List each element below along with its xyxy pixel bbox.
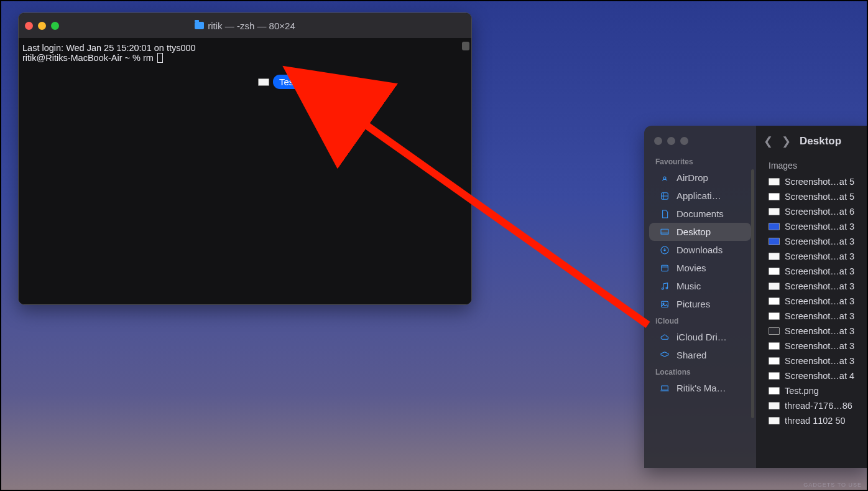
download-icon [659,246,670,255]
apps-icon [659,192,670,200]
sidebar-item-label: iCloud Dri… [676,332,727,342]
file-name: Screenshot…at 3 [785,281,854,291]
file-list[interactable]: Screenshot…at 5Screenshot…at 5Screenshot… [756,174,868,468]
sidebar-item-desktop[interactable]: Desktop [649,223,751,241]
file-row[interactable]: Screenshot…at 3 [756,324,868,339]
sidebar-item-label: Applicati… [676,190,721,201]
image-file-icon [769,253,780,260]
scrollbar-icon[interactable] [751,169,754,418]
sidebar-item-airdrop[interactable]: AirDrop [649,169,751,187]
sidebar-item-documents[interactable]: Documents [649,205,751,223]
terminal-output-line: Last login: Wed Jan 25 15:20:01 on ttys0… [22,43,468,53]
terminal-titlebar[interactable]: ritik — -zsh — 80×24 [19,13,471,38]
terminal-body[interactable]: Last login: Wed Jan 25 15:20:01 on ttys0… [19,38,471,304]
document-icon [659,210,670,218]
file-row[interactable]: Screenshot…at 3 [756,279,868,294]
image-file-icon [769,223,780,230]
file-name: Screenshot…at 3 [785,341,854,351]
finder-toolbar: ❮ ❯ Desktop [756,126,868,157]
svg-rect-2 [661,229,668,234]
file-name: Screenshot…at 6 [785,207,854,217]
file-name: Screenshot…at 3 [785,251,854,261]
sidebar-item-movies[interactable]: Movies [649,259,751,277]
file-row[interactable]: thread-7176…86 [756,398,868,413]
laptop-icon [659,384,670,393]
image-file-icon [769,268,780,275]
terminal-title-text: ritik — -zsh — 80×24 [208,21,295,31]
sidebar-item-label: Desktop [676,227,711,237]
minimize-icon[interactable] [667,137,675,145]
column-header-images[interactable]: Images [756,157,868,174]
file-row[interactable]: Screenshot…at 3 [756,264,868,279]
desktop-icon [659,228,670,236]
sidebar-item-pictures[interactable]: Pictures [649,295,751,313]
section-locations: Locations [644,364,756,379]
file-row[interactable]: Screenshot…at 3 [756,339,868,353]
zoom-icon[interactable] [51,22,59,30]
minimize-icon[interactable] [38,22,46,30]
sidebar-item-label: AirDrop [676,172,708,183]
svg-rect-7 [662,301,668,307]
file-row[interactable]: Screenshot…at 6 [756,204,868,219]
movies-icon [659,264,670,273]
close-icon[interactable] [654,137,662,145]
file-name: Screenshot…at 3 [785,236,854,246]
file-name: Screenshot…at 3 [785,296,854,306]
zoom-icon[interactable] [680,137,688,145]
image-file-icon [769,387,780,395]
breadcrumb: Desktop [800,135,841,147]
file-name: Screenshot…at 5 [785,177,854,187]
file-name: Screenshot…at 3 [785,311,854,321]
file-row[interactable]: Screenshot…at 4 [756,368,868,383]
folder-icon [195,22,204,29]
sidebar-item-applications[interactable]: Applicati… [649,187,751,205]
sidebar-item-label: Ritik's Ma… [676,383,726,393]
image-file-icon [769,178,780,185]
section-icloud: iCloud [644,313,756,328]
sidebar-item-icloud-drive[interactable]: iCloud Dri… [649,328,751,346]
file-row[interactable]: Screenshot…at 5 [756,174,868,189]
image-file-icon [769,372,780,380]
finder-content[interactable]: ❮ ❯ Desktop Images Screenshot…at 5Screen… [756,126,868,468]
file-row[interactable]: Screenshot…at 5 [756,189,868,204]
file-row[interactable]: Screenshot…at 3 [756,294,868,309]
file-row[interactable]: Screenshot…at 3 [756,249,868,264]
close-icon[interactable] [25,22,33,30]
terminal-title: ritik — -zsh — 80×24 [19,21,471,31]
sidebar-item-label: Movies [676,263,706,273]
image-file-icon [769,208,780,215]
file-row[interactable]: Screenshot…at 3 [756,219,868,234]
sidebar-item-label: Pictures [676,299,710,309]
terminal-window[interactable]: ritik — -zsh — 80×24 Last login: Wed Jan… [18,12,472,305]
file-row[interactable]: Screenshot…at 3 [756,309,868,324]
svg-point-6 [666,287,668,289]
file-name: Screenshot…at 4 [785,371,854,381]
sidebar-item-shared[interactable]: Shared [649,346,751,364]
pictures-icon [659,300,670,309]
forward-icon[interactable]: ❯ [782,134,791,148]
finder-window[interactable]: Favourites AirDrop Applicati… Documents … [644,126,868,468]
back-icon[interactable]: ❮ [764,134,773,148]
file-name: Screenshot…at 3 [785,266,854,276]
file-row[interactable]: Screenshot…at 3 [756,353,868,368]
scrollbar-icon[interactable] [462,42,469,50]
image-file-icon [769,417,780,424]
file-row[interactable]: Screenshot…at 3 [756,234,868,249]
file-name: Screenshot…at 3 [785,326,854,336]
terminal-prompt: ritik@Ritiks-MacBook-Air ~ % rm [22,53,156,63]
image-file-icon [769,312,780,320]
shared-icon [659,351,670,360]
sidebar-item-music[interactable]: Music [649,277,751,295]
image-file-icon [769,327,780,335]
file-name: Test.png [785,386,819,396]
finder-sidebar[interactable]: Favourites AirDrop Applicati… Documents … [644,126,756,468]
sidebar-item-this-mac[interactable]: Ritik's Ma… [649,379,751,397]
svg-rect-4 [662,265,668,271]
sidebar-item-label: Downloads [676,245,723,255]
file-name: thread-7176…86 [785,401,852,411]
section-favourites: Favourites [644,154,756,169]
image-file-icon [769,357,780,365]
file-row[interactable]: Test.png [756,383,868,398]
sidebar-item-downloads[interactable]: Downloads [649,241,751,259]
file-row[interactable]: thread 1102 50 [756,413,868,428]
